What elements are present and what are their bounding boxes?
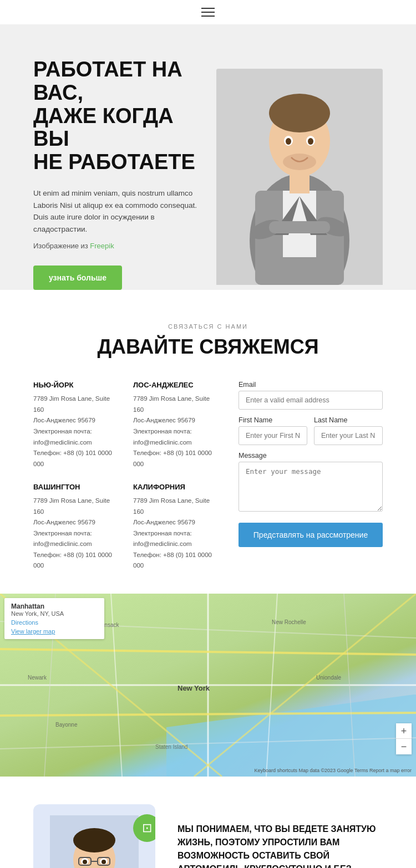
svg-text:New York: New York	[177, 684, 210, 692]
map-zoom-in-button[interactable]: +	[396, 723, 412, 739]
svg-point-15	[308, 138, 313, 145]
last-name-group: Last Name	[314, 416, 383, 445]
header	[0, 0, 416, 25]
svg-point-49	[102, 860, 106, 864]
map-zoom-out-button[interactable]: −	[396, 739, 412, 754]
map-section: New York Newark Hackensack New Rochelle …	[0, 594, 416, 777]
hero-image	[205, 63, 383, 285]
svg-text:New Rochelle: New Rochelle	[272, 619, 306, 625]
svg-text:Staten Island: Staten Island	[155, 744, 187, 750]
map-larger-link[interactable]: View larger map	[11, 628, 98, 635]
office-new-york: НЬЮ-ЙОРК 7789 Jim Rosa Lane, Suite 160 Л…	[33, 381, 122, 469]
hero-title: РАБОТАЕТ НА ВАС, ДАЖЕ КОГДА ВЫ НЕ РАБОТА…	[33, 58, 205, 174]
map-location: Manhattan	[11, 603, 98, 610]
first-name-group: First Name	[239, 416, 307, 445]
office-washington-address: 7789 Jim Rosa Lane, Suite 160 Лос-Анджел…	[33, 496, 122, 571]
office-los-angeles-city: ЛОС-АНДЖЕЛЕС	[133, 381, 222, 389]
office-california-city: КАЛИФОРНИЯ	[133, 483, 222, 491]
bottom-person-image	[50, 815, 139, 868]
message-group: Message	[239, 452, 383, 514]
first-name-label: First Name	[239, 416, 307, 424]
submit-button[interactable]: Представлять на рассмотрение	[239, 523, 383, 547]
office-new-york-city: НЬЮ-ЙОРК	[33, 381, 122, 389]
menu-icon[interactable]	[201, 8, 215, 17]
message-label: Message	[239, 452, 383, 459]
contact-label: СВЯЗАТЬСЯ С НАМИ	[33, 323, 383, 330]
bottom-text-area: МЫ ПОНИМАЕМ, ЧТО ВЫ ВЕДЕТЕ ЗАНЯТУЮ ЖИЗНЬ…	[177, 823, 383, 868]
svg-point-41	[73, 828, 115, 852]
office-new-york-address: 7789 Jim Rosa Lane, Suite 160 Лос-Анджел…	[33, 394, 122, 469]
contact-form: Email First Name Last Name Message Предс…	[239, 381, 383, 571]
bottom-person-svg	[50, 815, 139, 868]
office-washington-city: ВАШИНГТОН	[33, 483, 122, 491]
email-label: Email	[239, 381, 383, 389]
svg-line-20	[0, 713, 416, 716]
office-washington: ВАШИНГТОН 7789 Jim Rosa Lane, Suite 160 …	[33, 483, 122, 571]
map-background: New York Newark Hackensack New Rochelle …	[0, 594, 416, 777]
hero-description: Ut enim ad minim veniam, quis nostrum ul…	[33, 187, 200, 235]
badge-icon: ⊡	[142, 821, 152, 835]
learn-more-button[interactable]: узнать больше	[33, 265, 122, 290]
office-los-angeles-address: 7789 Jim Rosa Lane, Suite 160 Лос-Анджел…	[133, 394, 222, 469]
email-group: Email	[239, 381, 383, 410]
contact-section: СВЯЗАТЬСЯ С НАМИ ДАВАЙТЕ СВЯЖЕМСЯ НЬЮ-ЙО…	[0, 290, 416, 594]
bottom-image: ⊡	[33, 804, 155, 868]
svg-text:Newark: Newark	[28, 675, 47, 681]
message-input[interactable]	[239, 462, 383, 512]
bottom-title: МЫ ПОНИМАЕМ, ЧТО ВЫ ВЕДЕТЕ ЗАНЯТУЮ ЖИЗНЬ…	[177, 823, 383, 868]
email-input[interactable]	[239, 391, 383, 410]
office-california-address: 7789 Jim Rosa Lane, Suite 160 Лос-Анджел…	[133, 496, 222, 571]
offices-list: НЬЮ-ЙОРК 7789 Jim Rosa Lane, Suite 160 Л…	[33, 381, 222, 571]
map-city: New York, NY, USA	[11, 610, 98, 617]
hero-section: РАБОТАЕТ НА ВАС, ДАЖЕ КОГДА ВЫ НЕ РАБОТА…	[0, 25, 416, 290]
map-directions-link[interactable]: Directions	[11, 619, 38, 626]
svg-point-14	[286, 138, 291, 145]
person-svg	[216, 69, 383, 285]
first-name-input[interactable]	[239, 426, 307, 445]
hero-source: Изображение из Freepik	[33, 242, 205, 250]
last-name-input[interactable]	[314, 426, 383, 445]
svg-point-48	[83, 860, 87, 864]
svg-rect-11	[269, 221, 330, 233]
bottom-section: ⊡ МЫ ПОНИМАЕМ, ЧТО ВЫ ВЕДЕТЕ ЗАНЯТУЮ ЖИЗ…	[0, 777, 416, 868]
svg-text:Bayonne: Bayonne	[55, 722, 78, 728]
map-overlay: Manhattan New York, NY, USA Directions V…	[4, 598, 104, 639]
contact-body: НЬЮ-ЙОРК 7789 Jim Rosa Lane, Suite 160 Л…	[33, 381, 383, 571]
svg-text:Uniondale: Uniondale	[316, 675, 341, 681]
name-row: First Name Last Name	[239, 416, 383, 452]
map-zoom-controls: + −	[396, 723, 412, 754]
svg-rect-6	[290, 171, 310, 193]
hero-person-image	[216, 69, 383, 285]
svg-point-5	[269, 94, 330, 132]
map-footer: Keyboard shortcuts Map data ©2023 Google…	[254, 768, 412, 773]
last-name-label: Last Name	[314, 416, 383, 424]
hero-text: РАБОТАЕТ НА ВАС, ДАЖЕ КОГДА ВЫ НЕ РАБОТА…	[33, 58, 205, 290]
office-california: КАЛИФОРНИЯ 7789 Jim Rosa Lane, Suite 160…	[133, 483, 222, 571]
svg-point-16	[283, 154, 316, 170]
office-los-angeles: ЛОС-АНДЖЕЛЕС 7789 Jim Rosa Lane, Suite 1…	[133, 381, 222, 469]
contact-title: ДАВАЙТЕ СВЯЖЕМСЯ	[33, 335, 383, 359]
freepik-link[interactable]: Freepik	[90, 242, 114, 250]
